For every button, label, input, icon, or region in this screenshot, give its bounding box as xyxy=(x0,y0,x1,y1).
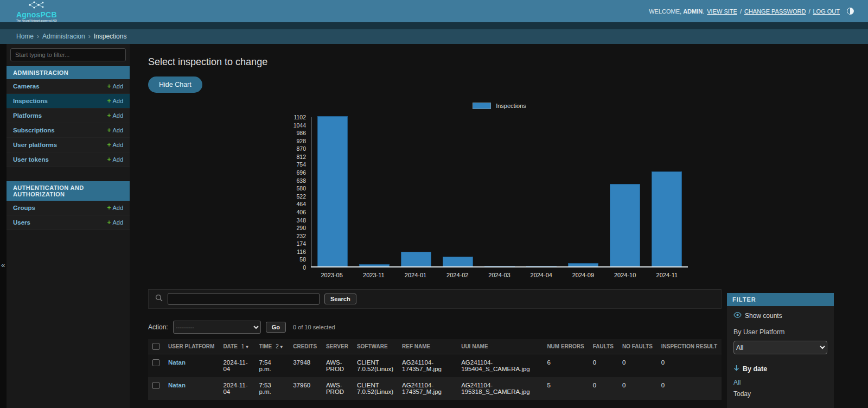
sidebar-item-subscriptions[interactable]: Subscriptions +Add xyxy=(7,123,130,138)
chart-legend: Inspections xyxy=(311,103,688,109)
sidebar-item-label[interactable]: Cameras xyxy=(13,83,40,90)
y-axis-tick-label: 696 xyxy=(296,169,306,176)
sort-caret-icon[interactable]: ▾ xyxy=(246,345,248,349)
add-users-link[interactable]: +Add xyxy=(107,219,123,226)
row-checkbox[interactable] xyxy=(152,382,159,389)
welcome-text: WELCOME, ADMIN. xyxy=(649,8,704,15)
column-header-num-errors[interactable]: NUM ERRORS xyxy=(542,339,588,354)
column-header-user-platform[interactable]: USER PLATFORM xyxy=(164,339,219,354)
chart-bar xyxy=(317,116,348,266)
sidebar-item-user-platforms[interactable]: User platforms +Add xyxy=(7,138,130,152)
user-tools: WELCOME, ADMIN. VIEW SITE / CHANGE PASSW… xyxy=(649,8,854,15)
column-header-time[interactable]: TIME2▾ xyxy=(254,339,289,354)
column-header-faults[interactable]: FAULTS xyxy=(589,339,618,354)
column-header-ref-name[interactable]: REF NAME xyxy=(398,339,457,354)
logo-subtitle: The Neural Network powered AOI xyxy=(16,20,57,22)
chart-plot-area xyxy=(311,117,688,267)
column-header-date[interactable]: DATE1▾ xyxy=(219,339,254,354)
y-axis-tick-label: 522 xyxy=(296,193,306,200)
y-axis-tick-label: 464 xyxy=(296,201,306,207)
sidebar-section-auth: AUTHENTICATION AND AUTHORIZATION Groups … xyxy=(7,181,130,230)
add-cameras-link[interactable]: +Add xyxy=(107,82,123,90)
add-inspections-link[interactable]: +Add xyxy=(107,97,123,105)
chart-bar xyxy=(526,266,557,266)
show-counts-toggle[interactable]: Show counts xyxy=(733,312,827,320)
x-axis-category-label: 2024-09 xyxy=(562,272,604,278)
chart-x-axis: 2023-052023-112024-012024-022024-032024-… xyxy=(311,272,688,278)
column-header-credits[interactable]: CREDITS xyxy=(289,339,322,354)
breadcrumb-home-link[interactable]: Home xyxy=(16,33,34,40)
y-axis-tick-label: 986 xyxy=(296,130,306,136)
search-input[interactable] xyxy=(168,293,320,305)
sidebar-item-users[interactable]: Users +Add xyxy=(7,215,130,230)
sidebar-section-administracion: ADMINISTRACION Cameras +Add Inspections … xyxy=(7,66,130,167)
sidebar-section-title: AUTHENTICATION AND AUTHORIZATION xyxy=(7,181,130,201)
sidebar-item-label[interactable]: Groups xyxy=(13,205,35,211)
column-header-inspection-result[interactable]: INSPECTION RESULT xyxy=(657,339,722,354)
sidebar-item-label[interactable]: Inspections xyxy=(13,98,48,104)
username: ADMIN xyxy=(683,8,703,15)
hide-chart-button[interactable]: Hide Chart xyxy=(148,76,202,93)
sidebar-filter-input[interactable] xyxy=(10,48,126,61)
cell-faults: 0 xyxy=(589,377,618,400)
y-axis-tick-label: 812 xyxy=(296,154,306,160)
cell-user-platform-link[interactable]: Natan xyxy=(168,382,186,388)
column-header-software[interactable]: SOFTWARE xyxy=(353,339,398,354)
breadcrumb-administracion-link[interactable]: Administracion xyxy=(42,33,85,40)
sidebar-item-inspections[interactable]: Inspections +Add xyxy=(7,94,130,109)
table-header-row: USER PLATFORM DATE1▾ TIME2▾ CREDITS SERV… xyxy=(148,339,722,354)
x-axis-category-label: 2024-02 xyxy=(437,272,478,278)
add-label: Add xyxy=(112,205,123,211)
sidebar-item-label[interactable]: Platforms xyxy=(13,112,42,119)
date-filter-all[interactable]: All xyxy=(733,379,827,386)
sidebar-item-label[interactable]: Users xyxy=(13,219,30,226)
sidebar-item-label[interactable]: User tokens xyxy=(13,156,49,163)
change-password-link[interactable]: CHANGE PASSWORD xyxy=(744,8,806,15)
sort-priority: 2 xyxy=(276,343,279,349)
content-layout: « ADMINISTRACION Cameras +Add Inspection… xyxy=(0,44,868,408)
theme-toggle-icon[interactable] xyxy=(847,8,854,15)
column-header-server[interactable]: SERVER xyxy=(322,339,353,354)
sidebar-item-cameras[interactable]: Cameras +Add xyxy=(7,79,130,94)
chart-y-axis: 1102104498692887081275469663858052246440… xyxy=(278,117,311,267)
sidebar-item-user-tokens[interactable]: User tokens +Add xyxy=(7,152,130,167)
sort-caret-icon[interactable]: ▾ xyxy=(280,345,283,349)
add-platforms-link[interactable]: +Add xyxy=(107,112,123,119)
sidebar-collapse-toggle[interactable]: « xyxy=(1,261,5,269)
select-all-checkbox[interactable] xyxy=(152,343,159,350)
sidebar-item-groups[interactable]: Groups +Add xyxy=(7,201,130,215)
view-site-link[interactable]: VIEW SITE xyxy=(707,8,737,15)
action-select[interactable]: --------- xyxy=(173,321,261,334)
add-label: Add xyxy=(112,156,123,163)
sidebar: ADMINISTRACION Cameras +Add Inspections … xyxy=(7,44,130,408)
y-axis-tick-label: 638 xyxy=(296,177,306,184)
row-checkbox[interactable] xyxy=(152,359,159,366)
go-button[interactable]: Go xyxy=(266,322,286,333)
date-filter-today[interactable]: Today xyxy=(733,390,827,398)
add-subscriptions-link[interactable]: +Add xyxy=(107,126,123,134)
column-header-no-faults[interactable]: NO FAULTS xyxy=(618,339,657,354)
plus-icon: + xyxy=(107,156,111,163)
admin-page: AgnosPCB The Neural Network powered AOI … xyxy=(0,0,868,408)
cell-ref-name: AG241104-174357_M.jpg xyxy=(398,377,457,400)
logo[interactable]: AgnosPCB The Neural Network powered AOI xyxy=(16,1,57,22)
add-user-tokens-link[interactable]: +Add xyxy=(107,156,123,163)
logout-link[interactable]: LOG OUT xyxy=(813,8,840,15)
x-axis-category-label: 2024-11 xyxy=(646,272,688,278)
sidebar-item-label[interactable]: User platforms xyxy=(13,142,57,148)
column-header-uui-name[interactable]: UUI NAME xyxy=(457,339,542,354)
sidebar-item-platforms[interactable]: Platforms +Add xyxy=(7,109,130,123)
user-platform-filter-select[interactable]: All xyxy=(733,341,827,354)
breadcrumb: Home›Administracion›Inspections xyxy=(0,29,868,44)
sidebar-item-label[interactable]: Subscriptions xyxy=(13,127,55,133)
cell-user-platform-link[interactable]: Natan xyxy=(168,359,186,366)
add-user-platforms-link[interactable]: +Add xyxy=(107,141,123,149)
plus-icon: + xyxy=(107,97,111,105)
y-axis-tick-label: 1102 xyxy=(293,114,306,120)
cell-server: AWS-PROD xyxy=(322,354,353,378)
search-button[interactable]: Search xyxy=(324,294,356,304)
x-axis-category-label: 2023-11 xyxy=(353,272,394,278)
cell-uui-name: AG241104-195404_S_CAMERA.jpg xyxy=(457,354,542,378)
cell-credits: 37960 xyxy=(289,377,322,400)
add-groups-link[interactable]: +Add xyxy=(107,204,123,212)
